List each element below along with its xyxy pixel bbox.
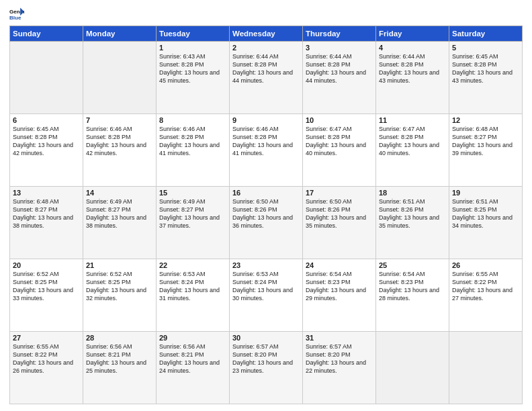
day-detail: Sunrise: 6:43 AMSunset: 8:28 PMDaylight:… (159, 52, 226, 85)
day-number: 22 (159, 261, 226, 269)
day-detail: Sunrise: 6:45 AMSunset: 8:28 PMDaylight:… (452, 52, 519, 85)
day-number: 7 (86, 116, 153, 124)
calendar-cell: 14Sunrise: 6:49 AMSunset: 8:27 PMDayligh… (83, 187, 157, 259)
calendar-cell: 16Sunrise: 6:50 AMSunset: 8:26 PMDayligh… (230, 187, 303, 259)
day-number: 27 (13, 334, 80, 342)
day-detail: Sunrise: 6:52 AMSunset: 8:25 PMDaylight:… (86, 270, 153, 303)
calendar-week-row: 13Sunrise: 6:48 AMSunset: 8:27 PMDayligh… (10, 187, 523, 259)
day-detail: Sunrise: 6:54 AMSunset: 8:23 PMDaylight:… (379, 270, 446, 303)
day-detail: Sunrise: 6:53 AMSunset: 8:24 PMDaylight:… (159, 270, 226, 303)
day-detail: Sunrise: 6:57 AMSunset: 8:20 PMDaylight:… (306, 342, 373, 375)
day-number: 13 (13, 189, 80, 197)
day-number: 11 (379, 116, 446, 124)
day-detail: Sunrise: 6:48 AMSunset: 8:27 PMDaylight:… (13, 197, 80, 230)
header: General Blue (9, 7, 523, 21)
day-detail: Sunrise: 6:49 AMSunset: 8:27 PMDaylight:… (159, 197, 226, 230)
day-detail: Sunrise: 6:47 AMSunset: 8:28 PMDaylight:… (306, 125, 373, 158)
calendar-cell: 4Sunrise: 6:44 AMSunset: 8:28 PMDaylight… (376, 42, 449, 114)
day-number: 4 (379, 44, 446, 52)
calendar-cell: 12Sunrise: 6:48 AMSunset: 8:27 PMDayligh… (449, 114, 523, 187)
day-number: 23 (232, 261, 300, 269)
calendar-cell: 10Sunrise: 6:47 AMSunset: 8:28 PMDayligh… (303, 114, 376, 187)
day-detail: Sunrise: 6:56 AMSunset: 8:21 PMDaylight:… (86, 342, 153, 375)
day-detail: Sunrise: 6:45 AMSunset: 8:28 PMDaylight:… (13, 125, 80, 158)
calendar-header-row: SundayMondayTuesdayWednesdayThursdayFrid… (10, 26, 523, 42)
day-number: 10 (306, 116, 373, 124)
day-of-week-header: Wednesday (230, 26, 303, 42)
calendar-cell: 30Sunrise: 6:57 AMSunset: 8:20 PMDayligh… (230, 332, 303, 404)
day-number: 24 (306, 261, 373, 269)
logo-icon: General Blue (9, 7, 24, 21)
day-number: 18 (379, 189, 446, 197)
calendar-cell: 11Sunrise: 6:47 AMSunset: 8:28 PMDayligh… (376, 114, 449, 187)
calendar-cell: 2Sunrise: 6:44 AMSunset: 8:28 PMDaylight… (230, 42, 303, 114)
calendar-cell: 31Sunrise: 6:57 AMSunset: 8:20 PMDayligh… (303, 332, 376, 404)
calendar-cell: 19Sunrise: 6:51 AMSunset: 8:25 PMDayligh… (449, 187, 523, 259)
calendar-cell: 29Sunrise: 6:56 AMSunset: 8:21 PMDayligh… (157, 332, 230, 404)
day-number: 14 (86, 189, 153, 197)
day-detail: Sunrise: 6:50 AMSunset: 8:26 PMDaylight:… (306, 197, 373, 230)
calendar-cell (10, 42, 83, 114)
day-number: 30 (232, 334, 300, 342)
calendar-cell: 13Sunrise: 6:48 AMSunset: 8:27 PMDayligh… (10, 187, 83, 259)
calendar-cell (449, 332, 523, 404)
calendar-cell: 22Sunrise: 6:53 AMSunset: 8:24 PMDayligh… (157, 259, 230, 332)
calendar-cell: 26Sunrise: 6:55 AMSunset: 8:22 PMDayligh… (449, 259, 523, 332)
day-detail: Sunrise: 6:46 AMSunset: 8:28 PMDaylight:… (232, 125, 300, 158)
calendar-cell: 27Sunrise: 6:55 AMSunset: 8:22 PMDayligh… (10, 332, 83, 404)
day-number: 16 (232, 189, 300, 197)
day-number: 17 (306, 189, 373, 197)
calendar-table: SundayMondayTuesdayWednesdayThursdayFrid… (9, 26, 523, 404)
day-detail: Sunrise: 6:44 AMSunset: 8:28 PMDaylight:… (379, 52, 446, 85)
day-detail: Sunrise: 6:51 AMSunset: 8:26 PMDaylight:… (379, 197, 446, 230)
day-number: 9 (232, 116, 300, 124)
day-detail: Sunrise: 6:55 AMSunset: 8:22 PMDaylight:… (13, 342, 80, 375)
day-detail: Sunrise: 6:44 AMSunset: 8:28 PMDaylight:… (306, 52, 373, 85)
day-number: 3 (306, 44, 373, 52)
day-detail: Sunrise: 6:55 AMSunset: 8:22 PMDaylight:… (452, 270, 519, 303)
day-number: 6 (13, 116, 80, 124)
day-detail: Sunrise: 6:47 AMSunset: 8:28 PMDaylight:… (379, 125, 446, 158)
day-detail: Sunrise: 6:44 AMSunset: 8:28 PMDaylight:… (232, 52, 300, 85)
calendar-cell: 9Sunrise: 6:46 AMSunset: 8:28 PMDaylight… (230, 114, 303, 187)
day-detail: Sunrise: 6:57 AMSunset: 8:20 PMDaylight:… (232, 342, 300, 375)
calendar-week-row: 20Sunrise: 6:52 AMSunset: 8:25 PMDayligh… (10, 259, 523, 332)
calendar-cell: 8Sunrise: 6:46 AMSunset: 8:28 PMDaylight… (157, 114, 230, 187)
day-number: 8 (159, 116, 226, 124)
logo: General Blue (9, 7, 24, 21)
day-number: 20 (13, 261, 80, 269)
day-detail: Sunrise: 6:52 AMSunset: 8:25 PMDaylight:… (13, 270, 80, 303)
day-detail: Sunrise: 6:51 AMSunset: 8:25 PMDaylight:… (452, 197, 519, 230)
day-detail: Sunrise: 6:46 AMSunset: 8:28 PMDaylight:… (159, 125, 226, 158)
calendar-cell: 28Sunrise: 6:56 AMSunset: 8:21 PMDayligh… (83, 332, 157, 404)
day-detail: Sunrise: 6:46 AMSunset: 8:28 PMDaylight:… (86, 125, 153, 158)
day-number: 15 (159, 189, 226, 197)
day-of-week-header: Tuesday (157, 26, 230, 42)
day-of-week-header: Thursday (303, 26, 376, 42)
calendar-cell: 20Sunrise: 6:52 AMSunset: 8:25 PMDayligh… (10, 259, 83, 332)
day-of-week-header: Monday (83, 26, 157, 42)
calendar-cell: 15Sunrise: 6:49 AMSunset: 8:27 PMDayligh… (157, 187, 230, 259)
day-number: 25 (379, 261, 446, 269)
day-detail: Sunrise: 6:48 AMSunset: 8:27 PMDaylight:… (452, 125, 519, 158)
calendar-week-row: 6Sunrise: 6:45 AMSunset: 8:28 PMDaylight… (10, 114, 523, 187)
day-of-week-header: Friday (376, 26, 449, 42)
calendar-cell: 21Sunrise: 6:52 AMSunset: 8:25 PMDayligh… (83, 259, 157, 332)
calendar-cell (376, 332, 449, 404)
calendar-week-row: 1Sunrise: 6:43 AMSunset: 8:28 PMDaylight… (10, 42, 523, 114)
day-number: 31 (306, 334, 373, 342)
day-detail: Sunrise: 6:49 AMSunset: 8:27 PMDaylight:… (86, 197, 153, 230)
calendar-cell: 25Sunrise: 6:54 AMSunset: 8:23 PMDayligh… (376, 259, 449, 332)
day-number: 28 (86, 334, 153, 342)
calendar-cell: 18Sunrise: 6:51 AMSunset: 8:26 PMDayligh… (376, 187, 449, 259)
page: General Blue SundayMondayTuesdayWednesda… (0, 0, 532, 411)
calendar-cell: 3Sunrise: 6:44 AMSunset: 8:28 PMDaylight… (303, 42, 376, 114)
day-number: 26 (452, 261, 519, 269)
svg-text:Blue: Blue (9, 15, 21, 21)
calendar-cell: 23Sunrise: 6:53 AMSunset: 8:24 PMDayligh… (230, 259, 303, 332)
day-number: 21 (86, 261, 153, 269)
day-detail: Sunrise: 6:54 AMSunset: 8:23 PMDaylight:… (306, 270, 373, 303)
day-number: 12 (452, 116, 519, 124)
day-detail: Sunrise: 6:56 AMSunset: 8:21 PMDaylight:… (159, 342, 226, 375)
day-number: 1 (159, 44, 226, 52)
